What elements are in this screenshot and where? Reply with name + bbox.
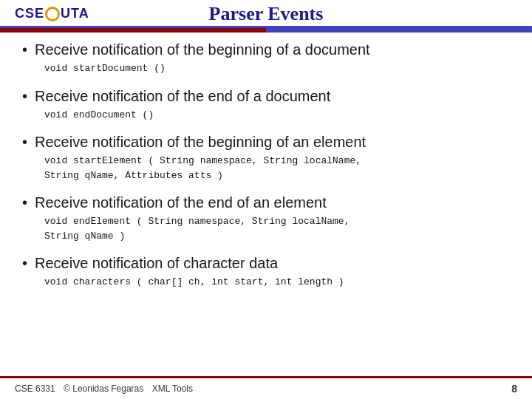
bullet-text-4: Receive notification of the end of an el…	[35, 193, 327, 212]
code-block-4: void endElement ( String namespace, Stri…	[44, 214, 510, 243]
bullet-text-5: Receive notification of character data	[35, 253, 278, 273]
footer-page-number: 8	[511, 383, 517, 395]
page-footer: CSE 6331 © Leonidas Fegaras XML Tools 8	[0, 376, 532, 399]
code-line-4-1: void endElement ( String namespace, Stri…	[44, 214, 510, 229]
bullet-item-4: • Receive notification of the end of an …	[22, 193, 510, 243]
code-line-5-1: void characters ( char[] ch, int start, …	[44, 275, 510, 290]
page-header: CSE UTA Parser Events	[0, 0, 532, 28]
bullet-header-4: • Receive notification of the end of an …	[22, 193, 510, 212]
bullet-header-1: • Receive notification of the beginning …	[22, 40, 510, 59]
footer-topic: XML Tools	[152, 383, 193, 394]
code-line-4-2: String qName )	[44, 229, 510, 244]
code-line-3-2: String qName, Attributes atts )	[44, 168, 510, 183]
code-block-5: void characters ( char[] ch, int start, …	[44, 275, 510, 290]
bullet-item-5: • Receive notification of character data…	[22, 253, 510, 290]
bullet-item-1: • Receive notification of the beginning …	[22, 40, 510, 76]
bullet-header-3: • Receive notification of the beginning …	[22, 132, 510, 151]
main-content: • Receive notification of the beginning …	[0, 33, 532, 304]
code-line-3-1: void startElement ( String namespace, St…	[44, 154, 510, 168]
footer-copyright: © Leonidas Fegaras	[64, 383, 143, 394]
bullet-text-2: Receive notification of the end of a doc…	[35, 86, 330, 106]
page-title: Parser Events	[209, 3, 324, 25]
title-container: Parser Events	[209, 3, 324, 25]
logo-circle-icon	[45, 7, 60, 21]
bullet-header-5: • Receive notification of character data	[22, 253, 510, 273]
bullet-dot-3: •	[22, 132, 27, 151]
bullet-dot-1: •	[22, 40, 27, 59]
bullet-dot-4: •	[22, 193, 27, 212]
code-block-1: void startDocument ()	[44, 61, 510, 76]
logo-cse-text: CSE	[15, 6, 44, 21]
bullet-item-2: • Receive notification of the end of a d…	[22, 86, 510, 123]
footer-course: CSE 6331	[15, 383, 55, 394]
logo: CSE UTA	[15, 6, 89, 21]
code-line-1-1: void startDocument ()	[44, 61, 510, 76]
bullet-header-2: • Receive notification of the end of a d…	[22, 86, 510, 106]
bullet-item-3: • Receive notification of the beginning …	[22, 132, 510, 183]
bullet-text-1: Receive notification of the beginning of…	[35, 40, 370, 59]
bullet-text-3: Receive notification of the beginning of…	[35, 132, 366, 151]
code-block-3: void startElement ( String namespace, St…	[44, 154, 510, 183]
code-line-2-1: void endDocument ()	[44, 108, 510, 123]
logo-uta-text: UTA	[61, 6, 89, 21]
code-block-2: void endDocument ()	[44, 108, 510, 123]
bullet-dot-5: •	[22, 253, 27, 273]
footer-left: CSE 6331 © Leonidas Fegaras XML Tools	[15, 383, 199, 394]
bullet-dot-2: •	[22, 86, 27, 106]
